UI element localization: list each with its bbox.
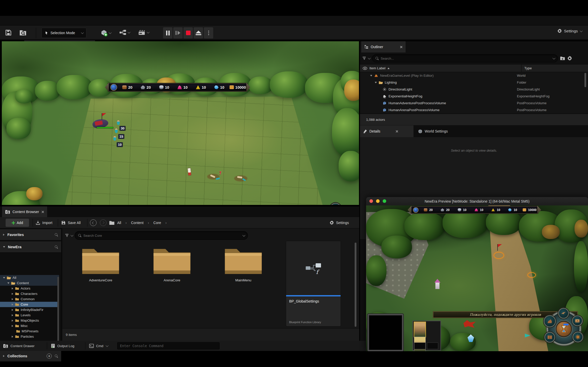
asset-tile-folder[interactable]: ArenaCore xyxy=(148,245,196,282)
preview-title-bar[interactable]: NewEra Preview [NetMode: Standalone 1] (… xyxy=(366,197,588,205)
level-viewport[interactable]: 30 15 10 7 20201010101010000 10 10301510… xyxy=(2,41,359,205)
save-all-button[interactable]: Save All xyxy=(61,217,81,228)
history-forward-button[interactable] xyxy=(100,217,106,228)
sidebar-item-content[interactable]: Content xyxy=(0,280,59,286)
outliner-settings-gear-icon[interactable] xyxy=(567,56,572,61)
preview-hero-panel[interactable] xyxy=(412,321,441,351)
expander-right-icon[interactable] xyxy=(12,304,13,306)
sidebar-item-misc[interactable]: Misc xyxy=(0,323,59,329)
close-icon[interactable] xyxy=(41,211,44,213)
outliner-row[interactable]: LightingFolder xyxy=(360,79,588,86)
hero-slot-selected[interactable] xyxy=(414,322,425,337)
preview-command-wheel[interactable] xyxy=(545,309,583,348)
expander-down-icon[interactable] xyxy=(370,75,372,76)
search-icon[interactable] xyxy=(55,354,58,358)
output-log-button[interactable]: Output Log xyxy=(51,341,74,351)
expander-right-icon[interactable] xyxy=(12,298,13,300)
favorites-section-header[interactable]: Favorites xyxy=(0,229,61,240)
sidebar-item-mspresets[interactable]: MSPresets xyxy=(0,329,59,334)
project-section-header[interactable]: NewEra xyxy=(0,241,61,253)
minimize-window-button[interactable] xyxy=(376,199,380,203)
blueprints-button[interactable] xyxy=(119,29,130,35)
history-back-button[interactable] xyxy=(90,217,97,228)
asset-tile-blueprint[interactable]: f BP_GlobalSettings Blueprint Function L… xyxy=(286,241,341,326)
spellbook-button[interactable] xyxy=(544,332,555,343)
sidebar-item-all[interactable]: All xyxy=(0,275,59,280)
expander-right-icon[interactable] xyxy=(12,336,13,338)
chevron-down-icon[interactable] xyxy=(243,234,245,237)
collections-section-header[interactable]: Collections + xyxy=(0,350,61,362)
play-options-button[interactable] xyxy=(204,27,213,38)
expander-down-icon[interactable] xyxy=(375,82,377,83)
cmd-dropdown[interactable]: Cmd xyxy=(89,341,108,351)
pause-button[interactable] xyxy=(163,27,172,38)
add-button[interactable]: Add xyxy=(6,219,29,227)
console-command-box[interactable] xyxy=(117,342,220,349)
command-wheel[interactable] xyxy=(316,204,356,205)
sidebar-item-mapobjects[interactable]: MapObjects xyxy=(0,318,59,323)
asset-grid-scrollbar[interactable] xyxy=(355,243,356,327)
inventory-button[interactable] xyxy=(572,316,583,326)
sidebar-item-core[interactable]: Core xyxy=(0,302,59,307)
expander-right-icon[interactable] xyxy=(12,325,13,327)
asset-tile-folder[interactable]: MainMenu xyxy=(219,245,268,282)
add-actor-button[interactable] xyxy=(100,29,111,36)
minimap[interactable] xyxy=(368,314,403,351)
expander-right-icon[interactable] xyxy=(12,314,13,316)
sidebar-item-characters[interactable]: Characters xyxy=(0,291,59,296)
save-level-button[interactable] xyxy=(5,29,12,36)
asset-tile-folder[interactable]: AdventureCore xyxy=(76,245,125,282)
expander-down-icon[interactable] xyxy=(3,277,5,279)
cinematics-button[interactable] xyxy=(138,29,149,35)
stop-button[interactable] xyxy=(183,27,193,38)
preview-game-view[interactable]: 20201010101010000 Пожалуйста, подождите … xyxy=(366,205,588,351)
filter-icon[interactable] xyxy=(65,234,69,237)
outliner-row[interactable]: ExponentialHeightFogExponentialHeightFog xyxy=(360,93,588,100)
expander-down-icon[interactable] xyxy=(7,282,9,284)
sidebar-item-levels[interactable]: Levels xyxy=(0,312,59,318)
add-folder-icon[interactable] xyxy=(560,56,565,61)
defend-button[interactable] xyxy=(572,332,583,342)
outliner-search-input[interactable] xyxy=(381,57,551,60)
world-settings-tab[interactable]: World Settings xyxy=(413,125,452,137)
outliner-search-box[interactable] xyxy=(372,54,558,62)
preview-window[interactable]: NewEra Preview [NetMode: Standalone 1] (… xyxy=(366,197,588,351)
asset-search-box[interactable] xyxy=(75,231,248,240)
breadcrumb-content[interactable]: Content xyxy=(131,221,143,225)
asset-search-input[interactable] xyxy=(83,234,240,238)
outliner-scrollbar[interactable] xyxy=(584,73,586,87)
outliner-row[interactable]: HumanAdventurePostProcessVolumePostProce… xyxy=(360,100,588,107)
expander-right-icon[interactable] xyxy=(12,287,13,290)
close-icon[interactable] xyxy=(395,130,398,133)
sidebar-item-particles[interactable]: Particles xyxy=(0,334,59,339)
close-icon[interactable] xyxy=(400,46,403,48)
breadcrumb-all[interactable]: All xyxy=(117,221,121,225)
outliner-tab[interactable]: Outliner xyxy=(361,41,406,53)
browse-content-button[interactable] xyxy=(19,29,26,36)
content-browser-tab[interactable]: Content Browser xyxy=(2,206,47,217)
frame-skip-button[interactable] xyxy=(173,27,183,38)
close-window-button[interactable] xyxy=(369,199,373,203)
hero-button[interactable] xyxy=(544,315,556,327)
outliner-row[interactable]: HumanArenaPostProcessVolumePostProcessVo… xyxy=(360,107,588,113)
console-command-input[interactable] xyxy=(120,344,217,348)
editor-mode-dropdown[interactable]: Selection Mode xyxy=(42,28,86,38)
chevron-down-icon[interactable] xyxy=(71,234,73,237)
content-browser-settings-button[interactable]: Settings xyxy=(329,217,349,228)
outliner-row[interactable]: DirectionalLightDirectionalLight xyxy=(360,86,588,93)
chevron-down-icon[interactable] xyxy=(553,57,555,59)
search-icon[interactable] xyxy=(55,245,58,249)
expander-right-icon[interactable] xyxy=(12,293,13,295)
sidebar-item-actors[interactable]: Actors xyxy=(0,286,59,291)
outliner-row[interactable]: NewEraGameLevel (Play In Editor)World xyxy=(360,72,588,79)
content-drawer-button[interactable]: Content Drawer xyxy=(3,341,35,351)
expander-right-icon[interactable] xyxy=(12,320,13,322)
type-column-header[interactable]: Type xyxy=(524,66,532,70)
sidebar-scrollbar[interactable] xyxy=(57,277,59,347)
filter-icon[interactable] xyxy=(363,57,366,60)
details-tab[interactable]: Details xyxy=(360,125,413,137)
sidebar-item-infinitybladefir[interactable]: InfinityBladeFir xyxy=(0,307,59,312)
eye-icon[interactable] xyxy=(363,67,367,70)
search-icon[interactable] xyxy=(55,233,58,237)
kingdom-button[interactable] xyxy=(558,308,569,319)
